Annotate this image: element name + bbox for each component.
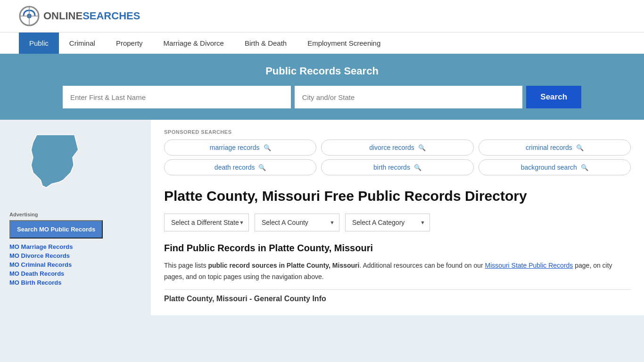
main-container: Advertising Search MO Public Records MO … (0, 120, 644, 315)
nav-public[interactable]: Public (19, 33, 59, 54)
tag-background-link[interactable]: background search (521, 164, 577, 171)
nav-employment[interactable]: Employment Screening (297, 33, 391, 54)
nav-birth-death[interactable]: Birth & Death (234, 33, 297, 54)
search-button[interactable]: Search (526, 86, 581, 108)
search-banner: Public Records Search Search (0, 54, 644, 120)
page-title: Platte County, Missouri Free Public Reco… (164, 187, 631, 205)
category-dropdown-wrapper: Select A Category (345, 214, 430, 231)
search-tags-row-2: death records 🔍 birth records 🔍 backgrou… (164, 159, 631, 175)
search-form: Search (63, 86, 581, 108)
sidebar-link-birth[interactable]: MO Birth Records (9, 279, 141, 286)
tag-criminal[interactable]: criminal records 🔍 (479, 140, 631, 156)
tag-criminal-link[interactable]: criminal records (526, 144, 572, 151)
nav-criminal[interactable]: Criminal (59, 33, 106, 54)
sponsored-label: SPONSORED SEARCHES (164, 129, 631, 135)
missouri-map-svg (9, 127, 94, 203)
sidebar-link-criminal[interactable]: MO Criminal Records (9, 261, 141, 268)
sidebar-link-death[interactable]: MO Death Records (9, 270, 141, 277)
main-nav: Public Criminal Property Marriage & Divo… (0, 32, 644, 54)
name-input[interactable] (63, 86, 291, 108)
tag-divorce-link[interactable]: divorce records (369, 144, 414, 151)
nav-marriage-divorce[interactable]: Marriage & Divorce (153, 33, 234, 54)
state-dropdown-wrapper: Select a Different State (164, 214, 249, 231)
find-text-2: . Additional resources can be found on o… (359, 262, 485, 269)
find-title: Find Public Records in Platte County, Mi… (164, 243, 631, 254)
city-input[interactable] (295, 86, 523, 108)
tag-death[interactable]: death records 🔍 (164, 159, 316, 175)
logo-text: ONLINESEARCHES (43, 10, 140, 22)
tag-birth-link[interactable]: birth records (373, 164, 410, 171)
state-dropdown[interactable]: Select a Different State (164, 214, 249, 231)
find-text-bold: public record sources in Platte County, … (208, 262, 359, 269)
search-icon-criminal: 🔍 (576, 144, 584, 151)
tag-death-link[interactable]: death records (215, 164, 255, 171)
svg-marker-4 (31, 135, 78, 188)
search-icon-divorce: 🔍 (418, 144, 426, 151)
tag-marriage[interactable]: marriage records 🔍 (164, 140, 316, 156)
logo[interactable]: ONLINESEARCHES (19, 6, 140, 26)
tag-background[interactable]: background search 🔍 (479, 159, 631, 175)
content-area: SPONSORED SEARCHES marriage records 🔍 di… (151, 120, 644, 315)
sidebar-link-marriage[interactable]: MO Marriage Records (9, 243, 141, 250)
find-link[interactable]: Missouri State Public Records (485, 262, 573, 269)
ad-label: Advertising (9, 212, 141, 217)
category-dropdown[interactable]: Select A Category (345, 214, 430, 231)
county-dropdown-wrapper: Select A County (255, 214, 339, 231)
search-icon-birth: 🔍 (414, 164, 421, 171)
state-map (9, 127, 141, 204)
section-heading: Platte County, Missouri - General County… (164, 289, 631, 306)
county-dropdown[interactable]: Select A County (255, 214, 339, 231)
search-icon-background: 🔍 (581, 164, 588, 171)
tag-birth[interactable]: birth records 🔍 (321, 159, 473, 175)
ad-button[interactable]: Search MO Public Records (9, 220, 103, 239)
search-icon-marriage: 🔍 (264, 144, 271, 151)
nav-property[interactable]: Property (106, 33, 153, 54)
sidebar: Advertising Search MO Public Records MO … (0, 120, 151, 315)
find-paragraph: This page lists public record sources in… (164, 260, 631, 283)
find-text-1: This page lists (164, 262, 208, 269)
search-icon-death: 🔍 (258, 164, 266, 171)
search-tags-row-1: marriage records 🔍 divorce records 🔍 cri… (164, 140, 631, 156)
dropdowns-row: Select a Different State Select A County… (164, 214, 631, 231)
search-banner-title: Public Records Search (19, 65, 625, 77)
sidebar-link-divorce[interactable]: MO Divorce Records (9, 252, 141, 259)
tag-marriage-link[interactable]: marriage records (210, 144, 260, 151)
logo-icon (19, 6, 40, 26)
header: ONLINESEARCHES (0, 0, 644, 32)
tag-divorce[interactable]: divorce records 🔍 (321, 140, 473, 156)
